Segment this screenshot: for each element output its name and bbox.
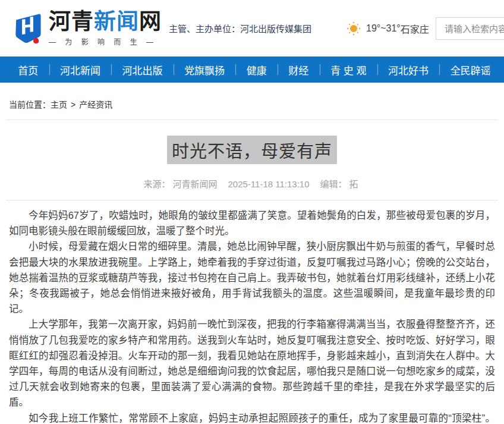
nav-item-hebei-books[interactable]: 河北好书 bbox=[377, 62, 440, 77]
article-paragraph: 今年妈妈67岁了，吹蜡烛时，她眼角的皱纹里都盛满了笑意。望着她鬓角的白发，那些被… bbox=[9, 208, 495, 238]
nav-item-history-view[interactable]: 青 史 观 bbox=[320, 62, 377, 77]
site-logo[interactable]: 河青新闻网 — 为 影 响 而 生 — bbox=[12, 11, 162, 46]
article-paragraph: 上大学那年，我第一次离开家，妈妈前一晚忙到深夜，把我的行李箱塞得满满当当，衣服叠… bbox=[9, 316, 495, 410]
nav-item-hebei-publishing[interactable]: 河北出版 bbox=[111, 62, 174, 77]
article-paragraph: 如今我上班工作繁忙，常常顾不上家庭，妈妈主动承担起照顾孩子的重任，成为了家里最可… bbox=[9, 410, 495, 424]
nav-item-hebei-news[interactable]: 河北新闻 bbox=[49, 62, 112, 77]
article-title: 时光不语，母爱有声 bbox=[167, 136, 337, 164]
sun-icon bbox=[346, 21, 361, 36]
nav-item-health[interactable]: 健康 bbox=[235, 62, 278, 77]
site-header: 河青新闻网 — 为 影 响 而 生 — 主管、主办单位：河北出版传媒集团 19°… bbox=[0, 0, 504, 56]
site-name: 河青新闻网 bbox=[49, 11, 162, 33]
site-name-part: 新闻 bbox=[94, 10, 139, 34]
publish-datetime: 2025-11-18 11:13:10 bbox=[228, 179, 309, 189]
article-paragraph: 小时候，母爱藏在烟火日常的细碎里。清晨，她总比闹钟早醒，狭小厨房飘出牛奶与煎蛋的… bbox=[9, 238, 495, 316]
nav-item-rumor-refutation[interactable]: 全民辟谣 bbox=[439, 62, 502, 77]
site-name-part: 网 bbox=[139, 10, 162, 34]
breadcrumb-home-link[interactable]: 主页 bbox=[51, 100, 67, 109]
editor-label: 编辑： bbox=[320, 179, 347, 189]
site-name-part: 河青 bbox=[49, 10, 94, 34]
article-page: 时光不语，母爱有声 来源：河青新闻网2025-11-18 11:13:10编辑：… bbox=[0, 136, 504, 424]
search-input[interactable] bbox=[436, 17, 504, 40]
source-value: 河青新闻网 bbox=[172, 179, 217, 189]
weather-temp-range: 19°~31° bbox=[366, 23, 401, 34]
breadcrumb: 当前位置：主页>产经资讯 bbox=[6, 83, 498, 120]
heqing-logo-icon bbox=[12, 11, 44, 46]
site-slogan: — 为 影 响 而 生 — bbox=[49, 36, 162, 46]
source-label: 来源： bbox=[143, 179, 170, 189]
breadcrumb-current-link[interactable]: 产经资讯 bbox=[79, 100, 112, 109]
nav-item-finance[interactable]: 财经 bbox=[278, 62, 320, 77]
nav-item-party-flag[interactable]: 党旗飘扬 bbox=[174, 62, 236, 77]
article-body: 今年妈妈67岁了，吹蜡烛时，她眼角的皱纹里都盛满了笑意。望着她鬓角的白发，那些被… bbox=[0, 200, 504, 424]
breadcrumb-label: 当前位置： bbox=[9, 100, 51, 109]
article-meta: 来源：河青新闻网2025-11-18 11:13:10编辑：拓 bbox=[0, 177, 504, 190]
breadcrumb-separator: > bbox=[71, 100, 75, 109]
weather-widget: 19°~31°石家庄 bbox=[346, 21, 429, 36]
main-nav: 首页 河北新闻 河北出版 党旗飘扬 健康 财经 青 史 观 河北好书 全民辟谣 bbox=[0, 56, 504, 83]
editor-value: 拓 bbox=[349, 179, 358, 189]
nav-item-home[interactable]: 首页 bbox=[7, 62, 49, 77]
weather-city: 石家庄 bbox=[401, 21, 429, 36]
sponsor-text: 主管、主办单位：河北出版传媒集团 bbox=[169, 22, 311, 34]
